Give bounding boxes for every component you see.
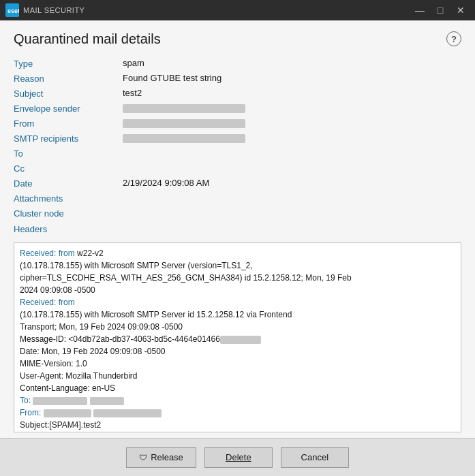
delete-label: Delete <box>226 452 251 462</box>
cancel-label: Cancel <box>301 452 328 462</box>
label-date: Date <box>14 178 123 189</box>
value-smtp <box>123 133 461 143</box>
value-date: 2/19/2024 9:09:08 AM <box>123 178 461 188</box>
cancel-button[interactable]: Cancel <box>281 447 349 468</box>
label-cluster: Cluster node <box>14 208 123 219</box>
shield-icon: 🛡 <box>139 453 147 462</box>
label-to: To <box>14 148 123 159</box>
main-content: Quarantined mail details ? Type spam Rea… <box>0 20 475 438</box>
detail-row-date: Date 2/19/2024 9:09:08 AM <box>14 176 461 191</box>
titlebar-left: eset MAIL SECURITY <box>5 3 85 17</box>
footer: 🛡 Release Delete Cancel <box>0 438 475 476</box>
detail-row-to: To <box>14 146 461 161</box>
label-from: From <box>14 118 123 129</box>
label-reason: Reason <box>14 73 123 84</box>
label-envelope: Envelope sender <box>14 103 123 114</box>
detail-row-subject: Subject test2 <box>14 86 461 101</box>
eset-logo: eset <box>5 3 19 17</box>
value-from <box>123 118 461 128</box>
titlebar-controls: — □ ✕ <box>411 3 470 17</box>
label-headers: Headers <box>14 223 47 236</box>
detail-row-attachments: Attachments <box>14 191 461 206</box>
detail-row-smtp: SMTP recipients <box>14 131 461 146</box>
details-area: Type spam Reason Found GTUBE test string… <box>0 52 475 240</box>
release-label: Release <box>151 452 183 462</box>
release-button[interactable]: 🛡 Release <box>126 447 196 468</box>
detail-row-from: From <box>14 116 461 131</box>
headers-content[interactable]: Received: from w22-v2 (10.178.178.155) w… <box>14 243 461 432</box>
detail-row-cc: Cc <box>14 161 461 176</box>
value-type: spam <box>123 58 461 68</box>
page-title: Quarantined mail details <box>14 31 161 47</box>
help-button[interactable]: ? <box>446 31 461 46</box>
label-smtp: SMTP recipients <box>14 133 123 144</box>
delete-button[interactable]: Delete <box>204 447 273 468</box>
value-envelope <box>123 103 461 113</box>
received-label-1: Received: from <box>20 249 75 258</box>
maximize-button[interactable]: □ <box>431 3 449 17</box>
titlebar: eset MAIL SECURITY — □ ✕ <box>0 0 475 20</box>
label-subject: Subject <box>14 88 123 99</box>
to-label: To: <box>20 396 31 405</box>
received-label-2: Received: from <box>20 298 75 307</box>
detail-row-envelope: Envelope sender <box>14 101 461 116</box>
headers-box: Received: from w22-v2 (10.178.178.155) w… <box>14 242 461 432</box>
label-type: Type <box>14 58 123 69</box>
from-label: From: <box>20 408 41 417</box>
detail-row-reason: Reason Found GTUBE test string <box>14 72 461 86</box>
label-attachments: Attachments <box>14 193 123 204</box>
close-button[interactable]: ✕ <box>452 3 470 17</box>
label-cc: Cc <box>14 163 123 174</box>
header-area: Quarantined mail details ? <box>0 20 475 52</box>
svg-text:eset: eset <box>7 7 19 14</box>
minimize-button[interactable]: — <box>411 3 429 17</box>
value-reason: Found GTUBE test string <box>123 73 461 83</box>
detail-row-cluster: Cluster node <box>14 206 461 221</box>
detail-row-type: Type spam <box>14 57 461 72</box>
value-subject: test2 <box>123 88 461 98</box>
detail-row-headers-label: Headers <box>14 221 461 237</box>
titlebar-app-title: MAIL SECURITY <box>23 6 85 14</box>
